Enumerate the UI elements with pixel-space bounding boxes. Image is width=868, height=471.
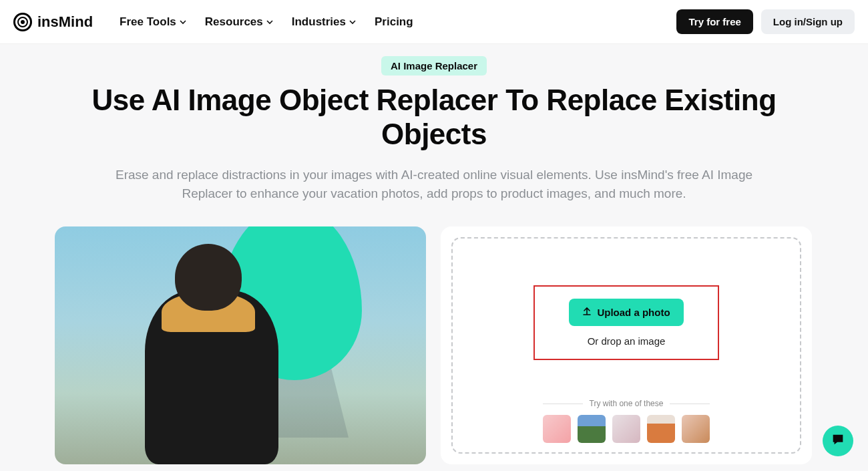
drop-text: Or drop an image [588, 335, 666, 347]
samples-label: Try with one of these [453, 399, 800, 408]
upload-photo-button[interactable]: Upload a photo [569, 299, 683, 326]
nav-resources[interactable]: Resources [205, 15, 273, 29]
logo[interactable]: insMind [13, 13, 93, 31]
nav-label: Industries [292, 15, 346, 29]
hero-badge: AI Image Replacer [381, 56, 487, 75]
samples-section: Try with one of these [453, 399, 800, 443]
header: insMind Free Tools Resources Industries … [0, 0, 868, 44]
main-content: AI Image Replacer Use AI Image Object Re… [0, 44, 868, 471]
upload-highlight-box: Upload a photo Or drop an image [533, 285, 719, 360]
nav-label: Free Tools [120, 15, 176, 29]
preview-image [55, 226, 426, 464]
logo-text: insMind [37, 13, 93, 31]
nav-industries[interactable]: Industries [292, 15, 356, 29]
chevron-down-icon [266, 19, 273, 25]
nav-free-tools[interactable]: Free Tools [120, 15, 186, 29]
page-subtitle: Erase and replace distractions in your i… [100, 166, 768, 202]
nav-label: Resources [205, 15, 263, 29]
hero: AI Image Replacer Use AI Image Object Re… [0, 56, 868, 202]
sample-thumbs [453, 415, 800, 443]
upload-icon [582, 307, 592, 318]
login-signup-button[interactable]: Log in/Sign up [761, 9, 855, 34]
person-illustration [115, 244, 288, 464]
nav-pricing[interactable]: Pricing [375, 15, 413, 29]
nav-label: Pricing [375, 15, 413, 29]
chevron-down-icon [180, 19, 186, 25]
sample-thumb-2[interactable] [578, 415, 606, 443]
content-row: Upload a photo Or drop an image Try with… [0, 226, 868, 464]
sample-thumb-4[interactable] [647, 415, 675, 443]
logo-icon [13, 13, 32, 31]
main-nav: Free Tools Resources Industries Pricing [120, 15, 676, 29]
upload-panel: Upload a photo Or drop an image Try with… [441, 226, 812, 464]
chat-fab[interactable] [823, 426, 853, 456]
sample-thumb-3[interactable] [612, 415, 640, 443]
try-for-free-button[interactable]: Try for free [676, 9, 752, 34]
chat-icon [831, 432, 845, 450]
dropzone[interactable]: Upload a photo Or drop an image Try with… [451, 237, 801, 454]
chevron-down-icon [349, 19, 356, 25]
page-title: Use AI Image Object Replacer To Replace … [40, 84, 828, 151]
sample-thumb-5[interactable] [682, 415, 710, 443]
sample-thumb-1[interactable] [543, 415, 571, 443]
header-actions: Try for free Log in/Sign up [676, 9, 855, 34]
upload-button-label: Upload a photo [597, 307, 670, 318]
